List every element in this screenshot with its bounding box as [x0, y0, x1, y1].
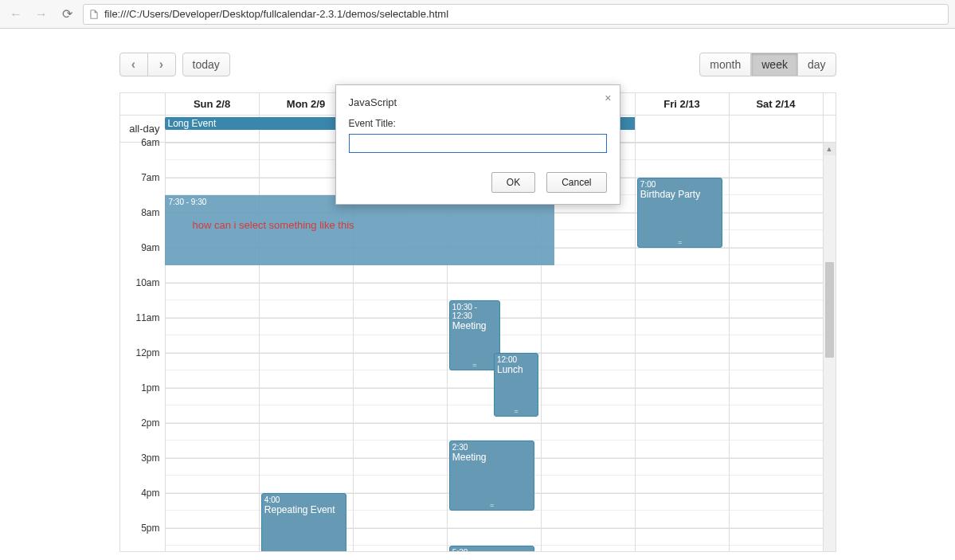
event-time: 4:00 [264, 495, 344, 504]
scrollbar-thumb[interactable] [825, 262, 834, 358]
view-switcher: month week day [699, 53, 836, 76]
calendar-event[interactable]: 2:30Meeting= [449, 441, 535, 511]
nav-button-group: ‹ › [119, 53, 176, 76]
resize-handle-icon[interactable]: = [472, 361, 476, 369]
view-week-button[interactable]: week [751, 53, 798, 76]
event-title: Birthday Party [640, 189, 700, 200]
event-time: 5:30 [452, 548, 532, 551]
time-label: 6am [141, 137, 159, 148]
scrollbar-spacer [823, 93, 836, 115]
cancel-button[interactable]: Cancel [546, 172, 606, 193]
day-header[interactable]: Fri 2/13 [635, 93, 729, 115]
event-title-input[interactable] [349, 134, 607, 153]
time-selection[interactable]: 7:30 - 9:30how can i select something li… [165, 195, 555, 265]
calendar-event[interactable]: 4:00Repeating Event= [261, 493, 347, 551]
calendar-toolbar: ‹ › today month week day [119, 53, 836, 76]
all-day-cell[interactable] [635, 116, 729, 142]
time-axis: 6am7am8am9am10am11am12pm1pm2pm3pm4pm5pm [120, 143, 165, 551]
resize-handle-icon[interactable]: = [678, 238, 682, 246]
resize-handle-icon[interactable]: = [490, 501, 494, 509]
calendar-container: × JavaScript Event Title: OK Cancel ‹ › … [119, 53, 836, 552]
close-icon[interactable]: × [605, 92, 611, 104]
time-label: 1pm [141, 382, 159, 394]
view-day-button[interactable]: day [797, 53, 836, 76]
day-header[interactable]: Sat 2/14 [729, 93, 823, 115]
prev-button[interactable]: ‹ [119, 53, 148, 76]
calendar-event[interactable]: 5:30= [449, 546, 535, 551]
time-label: 4pm [141, 488, 159, 499]
dialog-title: JavaScript [336, 85, 620, 113]
ok-button[interactable]: OK [491, 172, 535, 193]
axis-spacer [120, 93, 165, 115]
calendar-event[interactable]: 10:30 - 12:30Meeting= [449, 300, 500, 370]
time-label: 7am [141, 172, 159, 183]
annotation-text: how can i select something like this [193, 219, 354, 231]
reload-button[interactable]: ⟳ [57, 5, 76, 24]
event-time: 10:30 - 12:30 [452, 303, 497, 320]
selection-time-label: 7:30 - 9:30 [169, 198, 207, 206]
scrollbar-up-icon[interactable]: ▲ [824, 143, 836, 155]
resize-handle-icon[interactable]: = [514, 407, 518, 415]
event-title: Meeting [452, 320, 487, 331]
event-title: Lunch [497, 364, 523, 375]
calendar-event[interactable]: 7:00Birthday Party= [637, 178, 723, 248]
scrollbar-spacer [823, 116, 836, 142]
browser-toolbar: ← → ⟳ file:///C:/Users/Developer/Desktop… [0, 0, 955, 29]
day-column[interactable] [729, 143, 823, 551]
time-label: 5pm [141, 523, 159, 534]
next-button[interactable]: › [147, 53, 176, 76]
file-icon [88, 9, 100, 20]
time-label: 2pm [141, 417, 159, 429]
time-label: 9am [141, 242, 159, 253]
event-title: Meeting [452, 452, 487, 463]
today-button[interactable]: today [182, 53, 230, 76]
url-text: file:///C:/Users/Developer/Desktop/fullc… [104, 8, 448, 20]
event-title: Long Event [168, 118, 217, 129]
day-column[interactable]: 7:00Birthday Party= [635, 143, 729, 551]
calendar-event[interactable]: 12:00Lunch= [494, 353, 538, 417]
dialog-field-label: Event Title: [349, 118, 607, 129]
time-label: 8am [141, 207, 159, 218]
time-label: 11am [135, 312, 159, 323]
time-label: 10am [135, 277, 159, 288]
day-header[interactable]: Sun 2/8 [165, 93, 259, 115]
forward-button[interactable]: → [32, 5, 51, 24]
all-day-cell[interactable] [729, 116, 823, 142]
time-label: 12pm [135, 347, 159, 358]
back-button[interactable]: ← [6, 5, 25, 24]
event-time: 2:30 [452, 443, 532, 452]
vertical-scrollbar[interactable]: ▲ [823, 143, 836, 551]
event-title: Repeating Event [264, 504, 335, 515]
event-time: 7:00 [640, 180, 720, 189]
time-label: 3pm [141, 452, 159, 464]
prompt-dialog: × JavaScript Event Title: OK Cancel [335, 84, 620, 205]
address-bar[interactable]: file:///C:/Users/Developer/Desktop/fullc… [83, 4, 949, 25]
view-month-button[interactable]: month [699, 53, 751, 76]
event-time: 12:00 [497, 355, 535, 364]
